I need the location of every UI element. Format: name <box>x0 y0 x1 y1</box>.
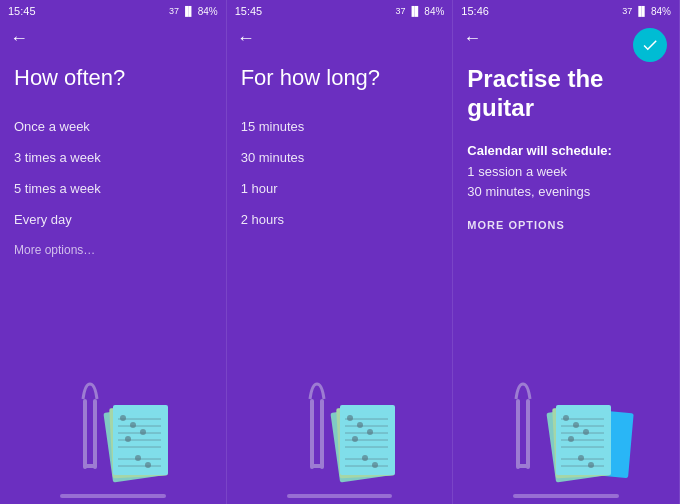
panel-title-2: For how long? <box>241 65 439 91</box>
guitar-illustration-3 <box>496 369 636 494</box>
status-bar-3: 15:46 37 ▐▌ 84% <box>453 0 679 22</box>
signal-icon-2: ▐▌ <box>409 6 422 16</box>
schedule-line-2: 30 minutes, evenings <box>467 182 665 203</box>
status-bar-2: 15:45 37 ▐▌ 84% <box>227 0 453 22</box>
svg-point-53 <box>573 422 579 428</box>
guitar-illustration-1 <box>53 369 173 494</box>
status-icons-3: 37 ▐▌ 84% <box>622 6 671 17</box>
network-icon-1: 37 <box>169 6 179 16</box>
option-every-day[interactable]: Every day <box>14 204 212 235</box>
svg-point-57 <box>588 462 594 468</box>
network-icon-3: 37 <box>622 6 632 16</box>
svg-rect-40 <box>518 464 528 468</box>
svg-point-14 <box>130 422 136 428</box>
illustration-1 <box>0 374 226 504</box>
back-button-1[interactable]: ← <box>0 22 40 55</box>
svg-point-16 <box>125 436 131 442</box>
panel-for-how-long: 15:45 37 ▐▌ 84% ← For how long? 15 minut… <box>227 0 454 504</box>
back-button-3[interactable]: ← <box>453 22 493 55</box>
svg-point-55 <box>568 436 574 442</box>
option-once-a-week[interactable]: Once a week <box>14 111 212 142</box>
status-icons-1: 37 ▐▌ 84% <box>169 6 218 17</box>
illustration-2 <box>227 374 453 504</box>
signal-icon-3: ▐▌ <box>635 6 648 16</box>
svg-rect-1 <box>93 399 97 469</box>
option-15-min[interactable]: 15 minutes <box>241 111 439 142</box>
svg-point-56 <box>578 455 584 461</box>
svg-rect-0 <box>83 399 87 469</box>
svg-rect-19 <box>310 399 314 469</box>
status-bar-1: 15:45 37 ▐▌ 84% <box>0 0 226 22</box>
svg-point-32 <box>347 415 353 421</box>
option-5-times[interactable]: 5 times a week <box>14 173 212 204</box>
battery-3: 84% <box>651 6 671 17</box>
svg-point-37 <box>372 462 378 468</box>
svg-point-33 <box>357 422 363 428</box>
svg-rect-39 <box>526 399 530 469</box>
status-icons-2: 37 ▐▌ 84% <box>396 6 445 17</box>
option-2-hours[interactable]: 2 hours <box>241 204 439 235</box>
panel-title-3: Practise the guitar <box>467 65 665 123</box>
svg-point-54 <box>583 429 589 435</box>
back-button-2[interactable]: ← <box>227 22 267 55</box>
checkmark-icon <box>641 36 659 54</box>
schedule-line-1: 1 session a week <box>467 162 665 183</box>
option-more-1[interactable]: More options… <box>14 235 212 265</box>
option-30-min[interactable]: 30 minutes <box>241 142 439 173</box>
panel-practise-guitar: 15:46 37 ▐▌ 84% ← Practise the guitar Ca… <box>453 0 680 504</box>
signal-icon-1: ▐▌ <box>182 6 195 16</box>
battery-1: 84% <box>198 6 218 17</box>
status-time-2: 15:45 <box>235 5 263 17</box>
svg-point-36 <box>362 455 368 461</box>
svg-point-17 <box>135 455 141 461</box>
confirm-button[interactable] <box>633 28 667 62</box>
svg-point-15 <box>140 429 146 435</box>
schedule-label: Calendar will schedule: <box>467 143 665 158</box>
status-time-3: 15:46 <box>461 5 489 17</box>
option-3-times[interactable]: 3 times a week <box>14 142 212 173</box>
svg-rect-38 <box>516 399 520 469</box>
panel-title-1: How often? <box>14 65 212 91</box>
battery-2: 84% <box>424 6 444 17</box>
svg-point-34 <box>367 429 373 435</box>
network-icon-2: 37 <box>396 6 406 16</box>
more-options-button[interactable]: MORE OPTIONS <box>467 219 665 231</box>
option-1-hour[interactable]: 1 hour <box>241 173 439 204</box>
illustration-3 <box>453 374 679 504</box>
svg-rect-21 <box>312 464 322 468</box>
svg-rect-2 <box>85 464 95 468</box>
status-time-1: 15:45 <box>8 5 36 17</box>
guitar-illustration-2 <box>280 369 400 494</box>
svg-point-52 <box>563 415 569 421</box>
svg-point-18 <box>145 462 151 468</box>
svg-rect-20 <box>320 399 324 469</box>
svg-point-13 <box>120 415 126 421</box>
svg-point-35 <box>352 436 358 442</box>
panel-how-often: 15:45 37 ▐▌ 84% ← How often? Once a week… <box>0 0 227 504</box>
